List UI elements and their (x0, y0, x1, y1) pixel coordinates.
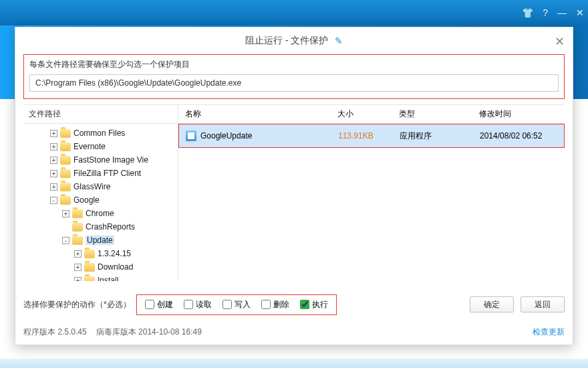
col-size-header[interactable]: 大小 (331, 105, 392, 124)
cell-name: GoogleUpdate (200, 131, 252, 141)
folder-icon (84, 263, 95, 272)
tree-label: Update (86, 236, 114, 245)
expand-icon[interactable]: + (50, 143, 57, 151)
dialog-close-icon[interactable]: ✕ (555, 34, 565, 49)
tree-node[interactable]: +1.3.24.15 (26, 247, 178, 260)
tree-node[interactable]: +GlassWire (26, 180, 178, 193)
file-grid: 文件路径 +Common Files+Evernote+FastStone Im… (23, 104, 565, 281)
tree-label: Evernote (74, 142, 106, 151)
tree-label: Chrome (86, 209, 114, 218)
ok-button[interactable]: 确定 (470, 296, 514, 312)
checkbox-input[interactable] (223, 300, 232, 309)
path-hint: 每条文件路径需要确保至少勾选一个保护项目 (29, 59, 559, 70)
tree-node[interactable]: +FastStone Image Vie (26, 153, 178, 167)
action-checkbox[interactable]: 写入 (223, 299, 251, 310)
file-protection-dialog: 阻止运行 - 文件保护 ✎ ✕ 每条文件路径需要确保至少勾选一个保护项目 文件路… (15, 27, 573, 345)
cell-size: 113.91KB (331, 131, 393, 141)
folder-tree[interactable]: +Common Files+Evernote+FastStone Image V… (23, 124, 178, 281)
expand-icon[interactable]: + (50, 157, 57, 164)
tree-node[interactable]: +Download (26, 260, 178, 274)
tree-node[interactable]: CrashReports (26, 220, 178, 234)
expand-icon[interactable]: + (50, 183, 57, 191)
desktop-taskbar (0, 359, 588, 368)
checkbox-input[interactable] (184, 300, 193, 309)
checkbox-label: 读取 (196, 299, 212, 310)
path-section: 每条文件路径需要确保至少勾选一个保护项目 (23, 54, 565, 99)
list-column: 名称 大小 类型 修改时间 GoogleUpdate113.91KB应用程序20… (178, 105, 565, 281)
checkbox-label: 创建 (157, 299, 173, 310)
back-button[interactable]: 返回 (521, 296, 565, 312)
minimize-icon[interactable]: — (557, 7, 567, 18)
folder-icon (60, 156, 71, 165)
expand-icon[interactable]: + (74, 250, 82, 258)
folder-icon (60, 143, 71, 151)
checkbox-input[interactable] (261, 300, 271, 309)
tree-label: FileZilla FTP Client (74, 169, 141, 178)
close-icon[interactable]: ✕ (576, 7, 584, 18)
expand-icon[interactable]: + (74, 277, 82, 282)
expand-icon[interactable]: + (50, 170, 57, 177)
skin-icon[interactable]: 👕 (522, 7, 533, 18)
expand-icon[interactable]: + (74, 264, 82, 271)
cell-time: 2014/08/02 06:52 (473, 131, 564, 141)
folder-icon (72, 209, 83, 218)
tree-node[interactable]: -Google (26, 193, 178, 207)
tree-node[interactable]: -Update (26, 234, 178, 247)
checkbox-input[interactable] (145, 300, 154, 309)
col-path-header[interactable]: 文件路径 (23, 105, 178, 124)
folder-icon (60, 183, 71, 191)
file-list[interactable]: GoogleUpdate113.91KB应用程序2014/08/02 06:52 (178, 124, 565, 281)
tree-label: Common Files (74, 128, 125, 138)
help-icon[interactable]: ? (543, 7, 548, 18)
folder-icon (60, 129, 71, 138)
folder-icon (84, 250, 95, 258)
tree-label: GlassWire (74, 182, 110, 191)
action-checkbox[interactable]: 创建 (145, 299, 173, 310)
action-checkbox[interactable]: 读取 (184, 299, 212, 310)
list-header: 名称 大小 类型 修改时间 (178, 105, 565, 124)
folder-icon (72, 223, 83, 232)
collapse-icon[interactable]: - (62, 237, 69, 244)
checkbox-label: 删除 (273, 299, 289, 310)
col-name-header[interactable]: 名称 (178, 105, 331, 124)
status-bar: 程序版本 2.5.0.45 病毒库版本 2014-10-08 16:49 检查更… (23, 327, 565, 338)
cell-type: 应用程序 (393, 130, 473, 142)
collapse-icon[interactable]: - (50, 197, 57, 204)
tree-node[interactable]: +Common Files (26, 126, 178, 140)
folder-icon (60, 169, 71, 178)
table-row[interactable]: GoogleUpdate113.91KB应用程序2014/08/02 06:52 (179, 124, 564, 147)
program-version: 程序版本 2.5.0.45 (23, 327, 87, 338)
tree-node[interactable]: +FileZilla FTP Client (26, 167, 178, 180)
action-checkbox[interactable]: 执行 (300, 299, 328, 310)
edit-icon[interactable]: ✎ (335, 35, 343, 46)
tree-label: FastStone Image Vie (74, 155, 148, 165)
checkbox-label: 写入 (235, 299, 251, 310)
app-file-icon (186, 130, 196, 141)
expand-icon[interactable]: + (62, 210, 69, 217)
dialog-title: 阻止运行 - 文件保护 (245, 35, 328, 47)
tree-label: 1.3.24.15 (98, 249, 131, 258)
check-update-link[interactable]: 检查更新 (533, 327, 565, 338)
tree-label: CrashReports (86, 222, 135, 232)
expand-icon[interactable]: + (50, 130, 57, 137)
folder-icon (84, 276, 95, 282)
checkbox-label: 执行 (312, 299, 328, 310)
tree-label: Google (74, 195, 100, 205)
col-time-header[interactable]: 修改时间 (472, 105, 565, 124)
db-version: 病毒库版本 2014-10-08 16:49 (96, 327, 202, 338)
actions-checkbox-group: 创建读取写入删除执行 (136, 294, 337, 315)
tree-node[interactable]: +Evernote (26, 140, 178, 153)
tree-column: 文件路径 +Common Files+Evernote+FastStone Im… (23, 105, 178, 281)
col-type-header[interactable]: 类型 (392, 105, 472, 124)
checkbox-input[interactable] (300, 300, 309, 309)
path-input[interactable] (29, 74, 559, 92)
actions-bar: 选择你要保护的动作（*必选） 创建读取写入删除执行 确定 返回 (23, 292, 565, 316)
tree-label: Install (98, 276, 118, 281)
folder-icon (72, 236, 83, 245)
tree-node[interactable]: +Install (26, 274, 178, 281)
actions-hint: 选择你要保护的动作（*必选） (23, 299, 131, 310)
tree-node[interactable]: +Chrome (26, 207, 178, 220)
titlebar: 👕 ? — ✕ (0, 0, 588, 25)
action-checkbox[interactable]: 删除 (261, 299, 289, 310)
tree-label: Download (98, 262, 133, 272)
